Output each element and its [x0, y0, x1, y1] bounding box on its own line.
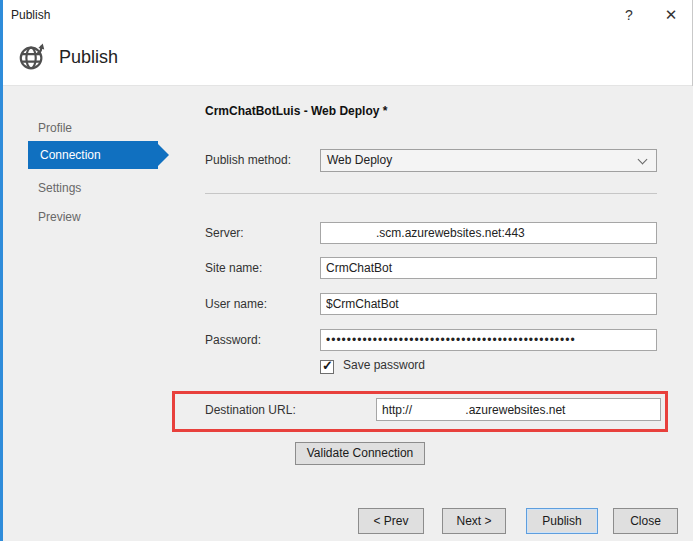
prev-button[interactable]: < Prev	[358, 508, 424, 534]
close-dialog-button[interactable]: Close	[613, 508, 678, 534]
title-bar[interactable]: Publish ? ✕	[3, 0, 692, 30]
selected-item-arrow-icon	[158, 144, 169, 166]
publish-method-label: Publish method:	[205, 149, 291, 171]
sidebar-item-profile[interactable]: Profile	[38, 118, 72, 138]
help-button[interactable]: ?	[612, 0, 646, 30]
chevron-down-icon	[638, 155, 648, 165]
destination-url-input[interactable]	[376, 398, 661, 421]
validate-connection-button[interactable]: Validate Connection	[295, 442, 425, 465]
user-name-label: User name:	[205, 293, 267, 315]
section-divider	[205, 193, 657, 194]
profile-heading: CrmChatBotLuis - Web Deploy *	[205, 104, 387, 118]
help-icon: ?	[625, 7, 633, 23]
sidebar-item-preview[interactable]: Preview	[38, 207, 81, 227]
publish-button[interactable]: Publish	[526, 508, 598, 534]
publish-method-value: Web Deploy	[327, 150, 392, 171]
dialog-header: Publish	[3, 30, 692, 86]
sidebar-item-label: Connection	[40, 141, 101, 169]
close-button[interactable]: ✕	[654, 0, 688, 30]
check-icon: ✓	[322, 358, 333, 373]
publish-dialog: Publish ? ✕ Publish	[3, 0, 693, 541]
publish-method-dropdown[interactable]: Web Deploy	[320, 149, 657, 172]
user-name-input[interactable]	[320, 293, 657, 315]
server-input[interactable]	[320, 222, 657, 244]
sidebar-item-settings[interactable]: Settings	[38, 178, 81, 198]
dialog-body: Profile Connection Settings Preview CrmC…	[3, 86, 693, 541]
publish-dialog-window: Publish ? ✕ Publish	[0, 0, 699, 549]
password-input[interactable]	[320, 329, 657, 351]
save-password-label: Save password	[343, 358, 425, 372]
sidebar-item-connection[interactable]: Connection	[28, 141, 158, 169]
window-title: Publish	[11, 0, 50, 30]
next-button[interactable]: Next >	[442, 508, 506, 534]
publish-globe-icon	[17, 42, 47, 76]
site-name-input[interactable]	[320, 257, 657, 279]
close-icon: ✕	[665, 6, 678, 23]
site-name-label: Site name:	[205, 257, 262, 279]
password-label: Password:	[205, 329, 261, 351]
server-label: Server:	[205, 222, 244, 244]
page-title: Publish	[59, 30, 118, 85]
save-password-checkbox[interactable]: ✓	[320, 360, 334, 374]
destination-url-label: Destination URL:	[205, 399, 296, 421]
